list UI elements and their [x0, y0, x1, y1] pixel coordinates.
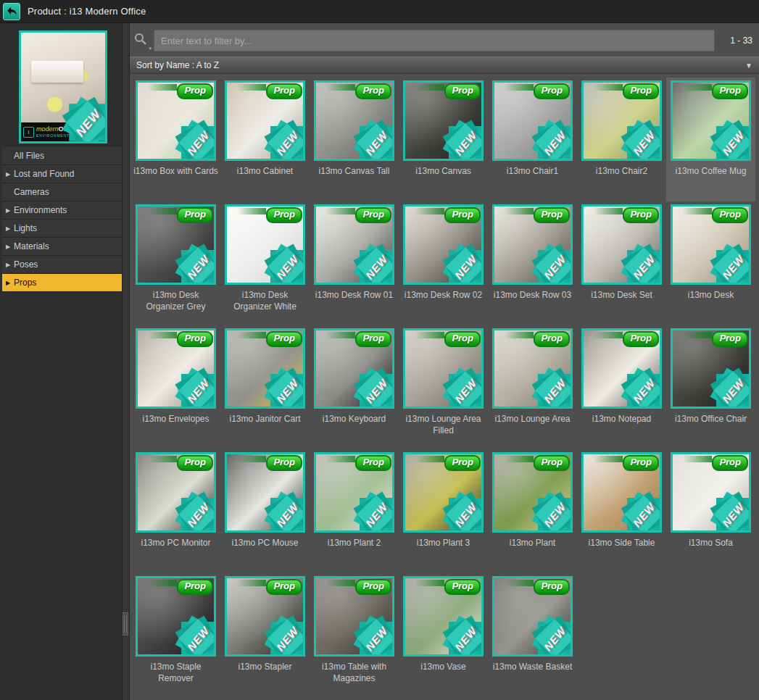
- product-thumbnail-image[interactable]: PropNEW: [136, 452, 216, 533]
- grid-item[interactable]: PropNEWi13mo Vase: [399, 573, 488, 697]
- grid-item[interactable]: PropNEWi13mo Office Chair: [666, 325, 755, 449]
- grid-item[interactable]: PropNEWi13mo Chair2: [577, 78, 666, 201]
- product-thumbnail-image[interactable]: PropNEW: [314, 204, 394, 285]
- product-thumbnail-image[interactable]: PropNEW: [581, 204, 662, 285]
- content-library-window: Product : i13 Modern Office NEW i modern…: [0, 0, 759, 700]
- splitter-grip-handle[interactable]: [123, 612, 128, 636]
- product-thumbnail-image[interactable]: PropNEW: [225, 80, 305, 161]
- product-thumbnail-image[interactable]: PropNEW: [136, 328, 216, 409]
- grid-item[interactable]: PropNEWi13mo Canvas Tall: [310, 78, 399, 201]
- grid-item[interactable]: PropNEWi13mo Coffee Mug: [666, 78, 755, 201]
- product-thumbnail-image[interactable]: PropNEW: [492, 204, 573, 285]
- expand-arrow-icon[interactable]: ▶: [6, 225, 14, 232]
- new-badge-label: NEW: [250, 478, 305, 533]
- grid-item-label: i13mo Side Table: [577, 538, 666, 549]
- sidebar-item-all-files[interactable]: All Files: [2, 147, 122, 165]
- pane-splitter[interactable]: [122, 23, 130, 700]
- expand-arrow-icon[interactable]: ▶: [6, 243, 14, 250]
- product-thumbnail-image[interactable]: PropNEW: [492, 452, 573, 533]
- product-cover-thumbnail[interactable]: NEW i modernOFFICE ENVIRONMENT - P: [19, 30, 107, 143]
- product-thumbnail-image[interactable]: PropNEW: [671, 204, 751, 285]
- product-thumbnail-image[interactable]: PropNEW: [403, 204, 484, 285]
- grid-item[interactable]: PropNEWi13mo Lounge Area Filled: [399, 325, 488, 449]
- left-sidebar: NEW i modernOFFICE ENVIRONMENT - P All F…: [0, 23, 122, 700]
- new-badge-label: NEW: [428, 354, 484, 409]
- grid-item[interactable]: PropNEWi13mo Sofa: [666, 449, 755, 573]
- grid-item[interactable]: PropNEWi13mo Waste Basket: [488, 573, 577, 697]
- product-thumbnail-image[interactable]: PropNEW: [403, 576, 484, 657]
- grid-item-label: i13mo Office Chair: [666, 414, 755, 425]
- grid-item[interactable]: PropNEWi13mo Envelopes: [131, 325, 220, 449]
- product-thumbnail-image[interactable]: PropNEW: [136, 204, 216, 285]
- product-thumbnail-image[interactable]: PropNEW: [581, 452, 662, 533]
- product-thumbnail-image[interactable]: PropNEW: [314, 80, 394, 161]
- product-thumbnail-image[interactable]: PropNEW: [492, 576, 573, 657]
- grid-item[interactable]: PropNEWi13mo Staple Remover: [131, 573, 220, 697]
- grid-item[interactable]: PropNEWi13mo Notepad: [577, 325, 666, 449]
- grid-item[interactable]: PropNEWi13mo Janitor Cart: [220, 325, 310, 449]
- grid-item[interactable]: PropNEWi13mo Desk Organizer Grey: [131, 201, 220, 325]
- product-thumbnail-image[interactable]: PropNEW: [225, 576, 305, 657]
- grid-item[interactable]: PropNEWi13mo Table with Magazines: [310, 573, 399, 697]
- grid-item[interactable]: PropNEWi13mo Box with Cards: [131, 78, 220, 201]
- product-thumbnail-image[interactable]: PropNEW: [136, 576, 216, 657]
- grid-item[interactable]: PropNEWi13mo Desk Row 02: [399, 201, 488, 325]
- expand-arrow-icon[interactable]: ▶: [6, 262, 14, 268]
- grid-item[interactable]: PropNEWi13mo Desk Organizer White: [220, 201, 310, 325]
- product-thumbnail-image[interactable]: PropNEW: [314, 576, 394, 657]
- grid-item[interactable]: PropNEWi13mo Plant: [488, 449, 577, 573]
- grid-item[interactable]: PropNEWi13mo Keyboard: [310, 325, 399, 449]
- sidebar-item-label: Lost and Found: [14, 169, 74, 179]
- product-thumbnail-image[interactable]: PropNEW: [403, 80, 484, 161]
- product-thumbnail-image[interactable]: PropNEW: [671, 80, 751, 161]
- sidebar-item-props[interactable]: ▶Props: [2, 274, 122, 292]
- grid-item[interactable]: PropNEWi13mo Side Table: [577, 449, 666, 573]
- new-badge: NEW: [707, 488, 751, 533]
- search-icon[interactable]: ▾: [133, 32, 151, 49]
- grid-item-label: i13mo Canvas Tall: [310, 166, 399, 178]
- product-thumbnail-image[interactable]: PropNEW: [671, 328, 751, 409]
- expand-arrow-icon[interactable]: ▶: [6, 280, 14, 286]
- grid-item[interactable]: PropNEWi13mo Chair1: [488, 78, 577, 201]
- grid-item[interactable]: PropNEWi13mo Canvas: [399, 78, 488, 201]
- grid-item[interactable]: PropNEWi13mo PC Mouse: [220, 449, 310, 573]
- product-thumbnail-image[interactable]: PropNEW: [136, 80, 216, 161]
- product-thumbnail-image[interactable]: PropNEW: [225, 452, 305, 533]
- new-badge: NEW: [439, 117, 484, 161]
- new-badge: NEW: [439, 612, 484, 657]
- grid-item[interactable]: PropNEWi13mo Plant 2: [310, 449, 399, 573]
- grid-item[interactable]: PropNEWi13mo Lounge Area: [488, 325, 577, 449]
- sidebar-item-lights[interactable]: ▶Lights: [2, 220, 122, 238]
- sidebar-item-cameras[interactable]: Cameras: [2, 183, 122, 201]
- product-thumbnail-image[interactable]: PropNEW: [581, 328, 662, 409]
- sidebar-item-materials[interactable]: ▶Materials: [2, 238, 122, 256]
- sort-dropdown[interactable]: Sort by Name : A to Z ▼: [130, 57, 759, 74]
- product-thumbnail-image[interactable]: PropNEW: [225, 204, 305, 285]
- product-thumbnail-image[interactable]: PropNEW: [581, 80, 662, 161]
- sidebar-item-lost-and-found[interactable]: ▶Lost and Found: [2, 165, 122, 183]
- expand-arrow-icon[interactable]: ▶: [6, 171, 14, 178]
- product-thumbnail-image[interactable]: PropNEW: [314, 452, 394, 533]
- new-badge-label: NEW: [518, 478, 573, 533]
- grid-item[interactable]: PropNEWi13mo Plant 3: [399, 449, 488, 573]
- filter-input[interactable]: [154, 30, 715, 51]
- product-thumbnail-image[interactable]: PropNEW: [492, 328, 573, 409]
- product-thumbnail-image[interactable]: PropNEW: [671, 452, 751, 533]
- product-thumbnail-image[interactable]: PropNEW: [403, 452, 484, 533]
- grid-item[interactable]: PropNEWi13mo Desk Row 03: [488, 201, 577, 325]
- grid-item[interactable]: PropNEWi13mo PC Monitor: [131, 449, 220, 573]
- product-thumbnail-image[interactable]: PropNEW: [225, 328, 305, 409]
- sidebar-item-poses[interactable]: ▶Poses: [2, 256, 122, 274]
- expand-arrow-icon[interactable]: ▶: [6, 207, 14, 214]
- product-thumbnail-image[interactable]: PropNEW: [314, 328, 394, 409]
- grid-item[interactable]: PropNEWi13mo Desk: [666, 201, 755, 325]
- product-thumbnail-image[interactable]: PropNEW: [403, 328, 484, 409]
- sidebar-item-environments[interactable]: ▶Environments: [2, 201, 122, 220]
- grid-item[interactable]: PropNEWi13mo Cabinet: [220, 78, 310, 201]
- grid-item[interactable]: PropNEWi13mo Stapler: [220, 573, 310, 697]
- grid-item[interactable]: PropNEWi13mo Desk Set: [577, 201, 666, 325]
- product-thumbnail-image[interactable]: PropNEW: [492, 80, 573, 161]
- grid-item[interactable]: PropNEWi13mo Desk Row 01: [310, 201, 399, 325]
- back-button[interactable]: [3, 3, 20, 20]
- new-badge-label: NEW: [428, 230, 484, 285]
